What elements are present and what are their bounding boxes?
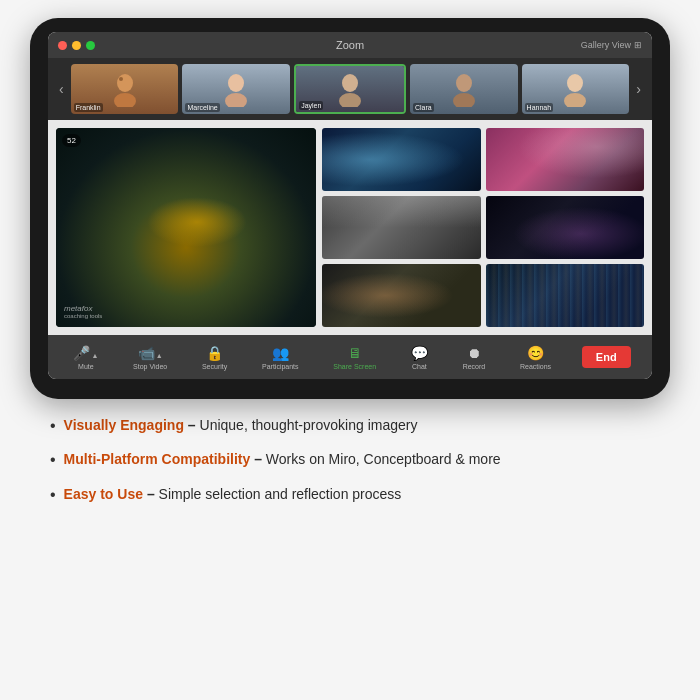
feature-bold-2: Easy to Use (64, 486, 143, 502)
strip-next-button[interactable]: › (633, 81, 644, 97)
zoom-titlebar: Zoom Gallery View ⊞ (48, 32, 652, 58)
tablet-screen: Zoom Gallery View ⊞ ‹ Franklin (48, 32, 652, 379)
participant-avatar-2 (336, 71, 364, 107)
feature-desc-0: Unique, thought-provoking imagery (200, 417, 418, 433)
reactions-label: Reactions (520, 363, 551, 370)
record-label: Record (463, 363, 486, 370)
feature-desc-1: Works on Miro, Conceptboard & more (266, 451, 501, 467)
window-title: Zoom (336, 39, 364, 51)
feature-text-1: Multi-Platform Compatibility – Works on … (64, 449, 501, 470)
mute-label: Mute (78, 363, 94, 370)
strip-prev-button[interactable]: ‹ (56, 81, 67, 97)
svg-point-10 (564, 93, 586, 107)
stop-video-icon: 📹 (138, 345, 155, 361)
gallery-view-label: Gallery View (581, 40, 631, 50)
svg-point-0 (117, 74, 133, 92)
toolbar-mute[interactable]: 🎤 ▲ Mute (69, 345, 102, 370)
participant-avatar-3 (450, 71, 478, 107)
stop-video-label: Stop Video (133, 363, 167, 370)
svg-point-3 (228, 74, 244, 92)
participant-thumb-3: Clara (410, 64, 518, 114)
main-video-panel: 52 metafox coaching tools (56, 128, 316, 327)
svg-point-8 (453, 93, 475, 107)
minimize-dot[interactable] (72, 41, 81, 50)
svg-point-2 (119, 77, 123, 81)
svg-point-9 (567, 74, 583, 92)
thumbnail-5[interactable] (486, 264, 645, 327)
participants-label: Participants (262, 363, 299, 370)
svg-point-1 (114, 93, 136, 107)
record-icon: ⏺ (467, 345, 481, 361)
feature-item-1: • Multi-Platform Compatibility – Works o… (50, 449, 650, 471)
maximize-dot[interactable] (86, 41, 95, 50)
video-logo: metafox coaching tools (64, 304, 102, 319)
feature-dash-0: – (188, 417, 200, 433)
bullet-1: • (50, 449, 56, 471)
participant-avatar-0 (111, 71, 139, 107)
toolbar-reactions[interactable]: 😊 Reactions (516, 345, 555, 370)
feature-bold-0: Visually Engaging (64, 417, 184, 433)
thumbnail-4[interactable] (322, 264, 481, 327)
end-button[interactable]: End (582, 346, 631, 368)
participants-icon: 👥 (272, 345, 289, 361)
share-screen-icon: 🖥 (348, 345, 362, 361)
toolbar-share-screen[interactable]: 🖥 Share Screen (329, 345, 380, 370)
feature-desc-2: Simple selection and reflection process (159, 486, 402, 502)
bullet-0: • (50, 415, 56, 437)
bullet-2: • (50, 484, 56, 506)
aerial-scene (56, 128, 316, 327)
participants-strip: ‹ Franklin Marceli (48, 58, 652, 120)
participant-name-1: Marceline (185, 103, 219, 112)
toolbar-chat[interactable]: 💬 Chat (407, 345, 432, 370)
chat-icon: 💬 (411, 345, 428, 361)
security-label: Security (202, 363, 227, 370)
feature-dash-2: – (147, 486, 159, 502)
share-screen-label: Share Screen (333, 363, 376, 370)
participant-thumb-4: Hannah (522, 64, 630, 114)
participant-avatar-1 (222, 71, 250, 107)
feature-item-2: • Easy to Use – Simple selection and ref… (50, 484, 650, 506)
participant-name-0: Franklin (74, 103, 103, 112)
logo-line2: coaching tools (64, 313, 102, 319)
chat-label: Chat (412, 363, 427, 370)
toolbar-record[interactable]: ⏺ Record (459, 345, 490, 370)
thumbnail-1[interactable] (486, 128, 645, 191)
feature-item-0: • Visually Engaging – Unique, thought-pr… (50, 415, 650, 437)
zoom-main-area: 52 metafox coaching tools (48, 120, 652, 335)
toolbar-security[interactable]: 🔒 Security (198, 345, 231, 370)
mute-arrow: ▲ (91, 352, 98, 359)
svg-point-6 (339, 93, 361, 107)
gallery-view-button[interactable]: Gallery View ⊞ (581, 40, 642, 50)
window-controls (58, 41, 95, 50)
logo-line1: metafox (64, 304, 102, 313)
feature-text-2: Easy to Use – Simple selection and refle… (64, 484, 402, 505)
security-icon: 🔒 (206, 345, 223, 361)
stop-video-arrow: ▲ (156, 352, 163, 359)
feature-text-0: Visually Engaging – Unique, thought-prov… (64, 415, 418, 436)
close-dot[interactable] (58, 41, 67, 50)
mute-icon: 🎤 (73, 345, 90, 361)
participant-name-2: Jaylen (299, 101, 323, 110)
aerial-glow (147, 197, 247, 247)
toolbar-participants[interactable]: 👥 Participants (258, 345, 303, 370)
feature-dash-1: – (254, 451, 266, 467)
reactions-icon: 😊 (527, 345, 544, 361)
tablet-device: Zoom Gallery View ⊞ ‹ Franklin (30, 18, 670, 399)
toolbar-stop-video[interactable]: 📹 ▲ Stop Video (129, 345, 171, 370)
thumbnail-grid (322, 128, 644, 327)
features-section: • Visually Engaging – Unique, thought-pr… (40, 415, 660, 518)
thumbnail-0[interactable] (322, 128, 481, 191)
participant-thumb-1: Marceline (182, 64, 290, 114)
gallery-view-icon: ⊞ (634, 40, 642, 50)
participant-name-4: Hannah (525, 103, 554, 112)
zoom-toolbar: 🎤 ▲ Mute 📹 ▲ Stop Video 🔒 Security 👥 Par… (48, 335, 652, 379)
svg-point-4 (225, 93, 247, 107)
thumbnail-2[interactable] (322, 196, 481, 259)
video-badge: 52 (62, 134, 81, 147)
participant-thumb-0: Franklin (71, 64, 179, 114)
participant-name-3: Clara (413, 103, 434, 112)
svg-point-5 (342, 74, 358, 92)
participant-avatar-4 (561, 71, 589, 107)
svg-point-7 (456, 74, 472, 92)
thumbnail-3[interactable] (486, 196, 645, 259)
